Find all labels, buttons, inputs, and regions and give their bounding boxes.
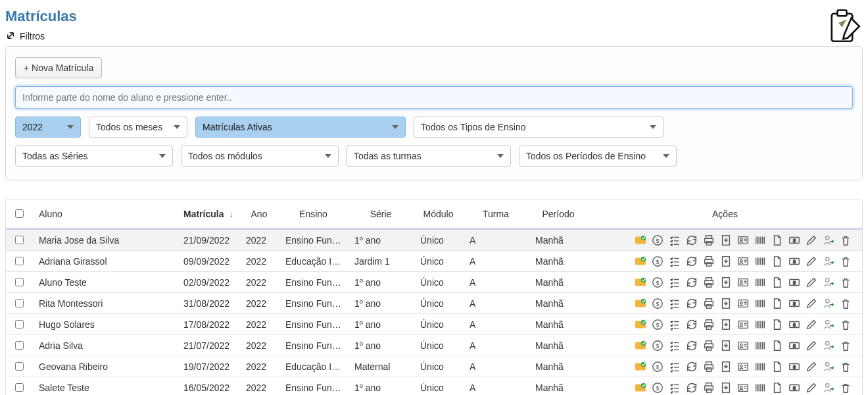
blank-doc-icon[interactable] — [771, 361, 783, 373]
col-matricula[interactable]: Matrícula ↓ — [177, 199, 239, 229]
trash-icon[interactable] — [840, 255, 852, 267]
col-aluno[interactable]: Aluno — [32, 199, 177, 229]
row-checkbox[interactable] — [15, 299, 24, 307]
refresh-icon[interactable] — [686, 234, 698, 246]
status-select[interactable]: Matrículas Ativas — [195, 117, 406, 138]
blank-doc-icon[interactable] — [771, 319, 783, 330]
checklist-icon[interactable] — [669, 361, 681, 373]
user-move-icon[interactable] — [823, 361, 834, 373]
trash-icon[interactable] — [840, 361, 852, 373]
profile-card-icon[interactable] — [737, 319, 749, 330]
pencil-icon[interactable] — [806, 361, 817, 373]
id-card-icon[interactable] — [635, 276, 646, 288]
doc-down-icon[interactable] — [720, 255, 732, 267]
doc-down-icon[interactable] — [720, 298, 732, 309]
money-doc-icon[interactable]: $ — [788, 319, 800, 330]
trash-icon[interactable] — [840, 319, 852, 330]
checklist-icon[interactable] — [669, 382, 681, 394]
barcode-icon[interactable] — [754, 319, 766, 330]
month-select[interactable]: Todos os meses — [89, 117, 187, 138]
profile-card-icon[interactable] — [737, 276, 749, 288]
blank-doc-icon[interactable] — [771, 276, 783, 288]
col-turma[interactable]: Turma — [463, 199, 529, 229]
doc-down-icon[interactable] — [720, 361, 732, 373]
checklist-icon[interactable] — [669, 276, 681, 288]
money-doc-icon[interactable]: $ — [788, 255, 800, 267]
clipboard-edit-icon[interactable] — [826, 8, 863, 45]
doc-down-icon[interactable] — [720, 234, 732, 246]
profile-card-icon[interactable] — [737, 298, 749, 309]
row-checkbox[interactable] — [15, 362, 24, 371]
checklist-icon[interactable] — [669, 234, 681, 246]
money-icon[interactable]: $ — [652, 382, 663, 394]
user-move-icon[interactable] — [823, 298, 834, 309]
row-checkbox[interactable] — [15, 383, 24, 392]
trash-icon[interactable] — [840, 234, 852, 246]
id-card-icon[interactable] — [635, 234, 646, 246]
serie-select[interactable]: Todas as Séries — [15, 145, 173, 167]
blank-doc-icon[interactable] — [771, 298, 783, 309]
money-doc-icon[interactable]: $ — [788, 298, 800, 309]
barcode-icon[interactable] — [754, 298, 766, 309]
money-icon[interactable]: $ — [652, 276, 663, 288]
row-checkbox[interactable] — [15, 341, 24, 350]
money-doc-icon[interactable]: $ — [788, 340, 800, 352]
money-icon[interactable]: $ — [652, 255, 663, 267]
money-icon[interactable]: $ — [652, 319, 663, 330]
pencil-icon[interactable] — [806, 340, 817, 352]
money-doc-icon[interactable]: $ — [788, 276, 800, 288]
row-checkbox[interactable] — [15, 257, 24, 265]
id-card-icon[interactable] — [635, 361, 646, 373]
pencil-icon[interactable] — [806, 298, 817, 309]
user-move-icon[interactable] — [823, 319, 834, 330]
trash-icon[interactable] — [840, 382, 852, 394]
print-icon[interactable] — [703, 276, 715, 288]
money-icon[interactable]: $ — [652, 298, 663, 309]
blank-doc-icon[interactable] — [771, 234, 783, 246]
tipo-ensino-select[interactable]: Todos os Tipos de Ensino — [414, 117, 663, 138]
refresh-icon[interactable] — [686, 298, 698, 309]
money-icon[interactable]: $ — [652, 361, 663, 373]
id-card-icon[interactable] — [635, 340, 646, 352]
refresh-icon[interactable] — [686, 361, 698, 373]
print-icon[interactable] — [703, 361, 715, 373]
print-icon[interactable] — [703, 234, 715, 246]
print-icon[interactable] — [703, 255, 715, 267]
col-modulo[interactable]: Módulo — [414, 199, 463, 229]
refresh-icon[interactable] — [686, 340, 698, 352]
doc-down-icon[interactable] — [720, 276, 732, 288]
print-icon[interactable] — [703, 298, 715, 309]
checklist-icon[interactable] — [669, 319, 681, 330]
profile-card-icon[interactable] — [737, 234, 749, 246]
trash-icon[interactable] — [840, 340, 852, 352]
trash-icon[interactable] — [840, 276, 852, 288]
col-periodo[interactable]: Período — [529, 199, 588, 229]
refresh-icon[interactable] — [686, 276, 698, 288]
checklist-icon[interactable] — [669, 255, 681, 267]
doc-down-icon[interactable] — [720, 319, 732, 330]
user-move-icon[interactable] — [823, 340, 834, 352]
checklist-icon[interactable] — [669, 298, 681, 309]
barcode-icon[interactable] — [754, 361, 766, 373]
barcode-icon[interactable] — [754, 382, 766, 394]
refresh-icon[interactable] — [686, 382, 698, 394]
profile-card-icon[interactable] — [737, 382, 749, 394]
blank-doc-icon[interactable] — [771, 340, 783, 352]
row-checkbox[interactable] — [15, 278, 24, 286]
profile-card-icon[interactable] — [737, 361, 749, 373]
pencil-icon[interactable] — [806, 234, 817, 246]
money-doc-icon[interactable]: $ — [788, 234, 800, 246]
student-search-input[interactable] — [15, 86, 853, 109]
money-icon[interactable]: $ — [652, 340, 663, 352]
checklist-icon[interactable] — [669, 340, 681, 352]
money-doc-icon[interactable]: $ — [788, 361, 800, 373]
profile-card-icon[interactable] — [737, 340, 749, 352]
id-card-icon[interactable] — [635, 319, 646, 330]
money-doc-icon[interactable]: $ — [788, 382, 800, 394]
blank-doc-icon[interactable] — [771, 255, 783, 267]
refresh-icon[interactable] — [686, 319, 698, 330]
doc-down-icon[interactable] — [720, 340, 732, 352]
pencil-icon[interactable] — [806, 255, 817, 267]
print-icon[interactable] — [703, 319, 715, 330]
print-icon[interactable] — [703, 340, 715, 352]
